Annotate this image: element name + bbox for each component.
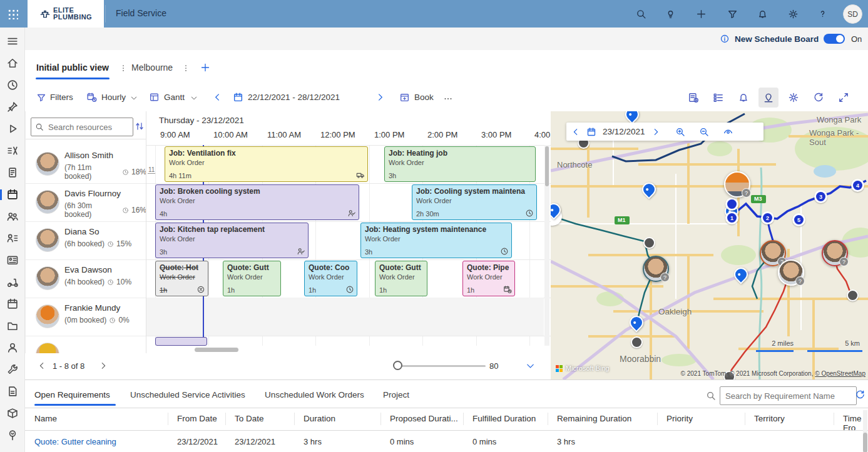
elite-plumbing-logo[interactable]: ELITEPLUMBING [28, 0, 104, 28]
tab-melbourne[interactable]: Melbourne [131, 63, 173, 73]
gantt-view-icon[interactable] [149, 92, 160, 103]
sort-resources-icon[interactable] [135, 121, 145, 131]
route-waypoint[interactable]: 2 [761, 211, 774, 224]
technician-avatar-marker[interactable]: ? [643, 256, 669, 282]
tab-initial-public-view[interactable]: Initial public view [36, 63, 109, 73]
collapse-panel-icon[interactable] [526, 361, 535, 371]
zoom-slider-knob[interactable] [393, 361, 402, 370]
filters-button[interactable]: Filters [50, 93, 73, 102]
schedule-board-icon[interactable] [6, 188, 19, 201]
calendar-icon[interactable] [233, 92, 243, 103]
fullscreen-icon[interactable] [834, 88, 854, 108]
refresh-icon[interactable] [809, 88, 829, 108]
column-header[interactable]: Fulfilled Duration [472, 414, 536, 423]
route-waypoint[interactable]: 4 [851, 179, 864, 192]
hourly-view-icon[interactable] [86, 92, 97, 103]
booking-block[interactable]: Quote: GuttWork Order 1h [375, 261, 427, 296]
previous-range-icon[interactable] [213, 93, 222, 102]
info-icon[interactable] [720, 34, 730, 44]
resource-row[interactable]: Eva Dawson (4h booked) 10% [26, 259, 146, 298]
map-date[interactable]: 23/12/2021 [603, 127, 645, 136]
app-launcher-waffle-icon[interactable] [8, 9, 18, 19]
invoices-icon[interactable] [6, 385, 19, 398]
accounts-icon[interactable] [6, 254, 19, 266]
home-icon[interactable] [6, 57, 19, 69]
technician-avatar-marker[interactable]: ? [778, 259, 804, 286]
assets-icon[interactable] [6, 319, 19, 332]
tools-icon[interactable] [6, 363, 19, 376]
more-commands-icon[interactable] [443, 94, 453, 104]
gantt-dropdown[interactable]: Gantt [164, 93, 185, 102]
route-waypoint[interactable]: 5 [792, 213, 805, 226]
tab-unscheduled-work-orders[interactable]: Unscheduled Work Orders [265, 390, 364, 399]
hourly-dropdown[interactable]: Hourly [101, 93, 126, 102]
notifications-icon[interactable] [757, 9, 768, 19]
hamburger-menu-icon[interactable] [6, 35, 19, 48]
route-waypoint[interactable] [725, 198, 738, 211]
column-header[interactable]: From Date [177, 414, 217, 423]
filter-icon[interactable] [727, 9, 738, 19]
bookings-icon[interactable] [6, 298, 19, 310]
tab-project[interactable]: Project [383, 390, 409, 399]
contacts-icon[interactable] [6, 232, 19, 244]
tab-unscheduled-service-activities[interactable]: Unscheduled Service Activities [130, 390, 245, 399]
alerts-bell-icon[interactable] [733, 88, 753, 108]
booking-block[interactable]: Quote: GuttWork Order 1h [223, 261, 281, 296]
search-resources-input[interactable] [47, 122, 123, 133]
booking-block-cancelled[interactable]: Quote: HotWork Order 1h [155, 261, 208, 296]
quick-create-icon[interactable] [696, 9, 707, 19]
tasks-icon[interactable] [6, 166, 19, 179]
pinned-icon[interactable] [6, 101, 19, 113]
table-scrollbar[interactable] [863, 410, 867, 452]
resource-avatar[interactable] [36, 190, 59, 214]
resource-avatar-partial[interactable] [36, 343, 59, 353]
booking-block[interactable]: Job: Cooling system maintenaWork Order 2… [412, 184, 537, 220]
dashboards-icon[interactable] [6, 144, 19, 157]
map-zoom-out-icon[interactable] [699, 127, 709, 137]
help-icon[interactable] [817, 9, 828, 19]
tab-open-requirements[interactable]: Open Requirements [34, 390, 110, 399]
recent-icon[interactable] [6, 79, 19, 91]
tab-options-icon[interactable] [119, 64, 128, 73]
requirement-search[interactable] [720, 386, 857, 405]
requirement-search-input[interactable] [724, 391, 845, 401]
route-waypoint[interactable]: 3 [814, 190, 827, 203]
chevron-down-icon[interactable] [130, 94, 138, 102]
table-row[interactable]: Quote: Gutter cleaning 23/12/2021 23/12/… [25, 430, 868, 452]
booking-block[interactable]: Job: Heating jobWork Order 3h [384, 146, 536, 182]
resource-row[interactable]: Allison Smith (7h 11m booked) 18% [26, 145, 146, 184]
resource-row[interactable]: Frankie Mundy (0m booked) 0% [26, 298, 146, 336]
booking-block[interactable]: Job: Ventilation fixWork Order 4h 11m [165, 146, 368, 182]
column-header[interactable]: Proposed Durati... [390, 414, 458, 423]
resource-avatar[interactable] [36, 304, 59, 328]
new-schedule-board-toggle[interactable] [824, 34, 845, 44]
get-started-icon[interactable] [6, 123, 19, 135]
booking-block[interactable]: Job: Kitchen tap replacementWork Order 3… [155, 223, 309, 258]
zoom-slider-track[interactable] [398, 365, 486, 367]
board-settings-icon[interactable] [784, 88, 804, 108]
customers-icon[interactable] [6, 341, 19, 354]
book-eta-icon[interactable] [683, 88, 703, 108]
resource-search[interactable] [31, 118, 133, 136]
legend-icon[interactable] [708, 88, 728, 108]
resource-avatar[interactable] [36, 228, 59, 252]
column-header[interactable]: Name [34, 414, 57, 423]
map-prev-day-icon[interactable] [571, 128, 580, 136]
prev-page-icon[interactable] [38, 361, 46, 370]
search-icon[interactable] [706, 391, 716, 401]
next-range-icon[interactable] [375, 93, 385, 102]
user-avatar[interactable]: SD [843, 4, 862, 24]
travel-icon[interactable] [6, 276, 19, 288]
add-tab-icon[interactable] [200, 63, 210, 73]
map-view-icon[interactable] [758, 88, 779, 108]
refresh-requirements-icon[interactable] [855, 389, 865, 400]
app-name[interactable]: Field Service [116, 8, 166, 18]
booking-block[interactable]: Job: Heating system maintenanceWork Orde… [360, 223, 512, 258]
map-stop-dot[interactable] [847, 289, 859, 301]
date-range[interactable]: 22/12/2021 - 28/12/2021 [248, 93, 340, 102]
map-stop-dot[interactable] [631, 336, 643, 348]
column-header[interactable]: Territory [754, 414, 785, 423]
technician-avatar-marker[interactable]: ? [822, 240, 848, 266]
booking-block[interactable]: Quote: CooWork Order 1h [304, 261, 357, 296]
openstreetmap-link[interactable]: © OpenStreetMap [815, 370, 865, 377]
